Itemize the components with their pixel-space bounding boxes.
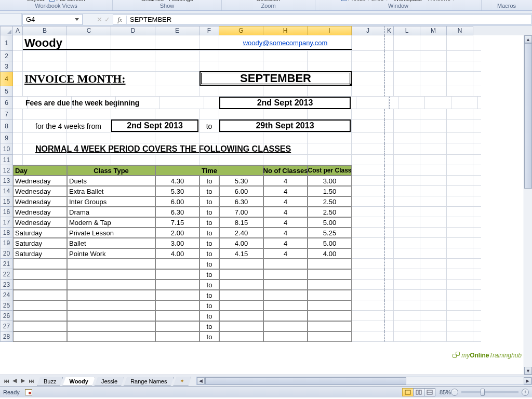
cell-M13[interactable] <box>420 176 447 186</box>
col-header-B[interactable]: B <box>23 26 67 35</box>
cell-K22[interactable] <box>384 269 394 280</box>
cell-K18[interactable] <box>384 228 394 238</box>
cell-K14[interactable] <box>384 186 394 196</box>
cell-F20[interactable]: to <box>200 248 219 259</box>
row-header-27[interactable]: 27 <box>0 321 13 331</box>
cell-M19[interactable] <box>420 238 447 248</box>
cell-N17[interactable] <box>447 217 473 228</box>
cell-H15[interactable]: 4 <box>263 196 308 207</box>
cell-F25[interactable]: to <box>200 300 219 311</box>
cell-F22[interactable]: to <box>200 269 219 280</box>
cell-J28[interactable] <box>352 331 384 342</box>
cell-A27[interactable] <box>13 321 67 331</box>
cell-G16[interactable]: 7.00 <box>219 207 263 217</box>
cell-G17[interactable]: 8.15 <box>219 217 263 228</box>
cell-E4[interactable] <box>155 72 200 86</box>
cell-E20[interactable]: 4.00 <box>155 248 200 259</box>
cell-F24[interactable]: to <box>200 290 219 300</box>
name-box[interactable]: G4 <box>22 14 83 25</box>
cell-B11[interactable] <box>23 155 67 165</box>
cell-F2[interactable] <box>200 51 219 61</box>
cell-C16[interactable]: Drama <box>67 207 155 217</box>
cell-E1[interactable] <box>155 35 200 51</box>
row-header-6[interactable]: 6 <box>0 97 13 109</box>
cell-A15[interactable]: Wednesday <box>13 196 67 207</box>
row-header-24[interactable]: 24 <box>0 290 13 300</box>
name-box-dropdown-icon[interactable] <box>75 18 79 21</box>
cell-N6[interactable] <box>451 97 478 109</box>
cell-B4[interactable]: INVOICE MONTH: <box>23 72 67 86</box>
cell-L23[interactable] <box>394 280 420 290</box>
cell-N10[interactable] <box>447 143 473 155</box>
cell-K20[interactable] <box>384 248 394 259</box>
row-header-16[interactable]: 16 <box>0 207 13 217</box>
cell-F15[interactable]: to <box>200 196 219 207</box>
cell-I19[interactable]: 5.00 <box>308 238 352 248</box>
cell-G23[interactable] <box>219 280 263 290</box>
cell-N18[interactable] <box>447 228 473 238</box>
row-header-19[interactable]: 19 <box>0 238 13 248</box>
cell-L26[interactable] <box>394 311 420 321</box>
cell-G13[interactable]: 5.30 <box>219 176 263 186</box>
col-header-N[interactable]: N <box>447 26 473 35</box>
cell-C13[interactable]: Duets <box>67 176 155 186</box>
cell-G6[interactable] <box>224 97 268 109</box>
cell-H21[interactable] <box>263 259 308 269</box>
cell-L8[interactable] <box>394 119 420 133</box>
cell-F4[interactable] <box>200 72 219 86</box>
cell-L15[interactable] <box>394 196 420 207</box>
cell-F11[interactable] <box>200 155 219 165</box>
zoom-slider[interactable] <box>461 391 518 393</box>
cell-G2[interactable] <box>219 51 263 61</box>
cell-H25[interactable] <box>263 300 308 311</box>
cell-L4[interactable] <box>394 72 420 86</box>
cell-J23[interactable] <box>352 280 384 290</box>
cell-C6[interactable] <box>72 97 116 109</box>
cell-D11[interactable] <box>111 155 155 165</box>
sheet-tab-range-names[interactable]: Range Names <box>124 377 174 386</box>
cell-J8[interactable] <box>352 119 384 133</box>
cell-C27[interactable] <box>67 321 155 331</box>
cell-K13[interactable] <box>384 176 394 186</box>
cell-J26[interactable] <box>352 311 384 321</box>
cell-G4[interactable] <box>219 72 263 86</box>
cell-N25[interactable] <box>447 300 473 311</box>
cell-A8[interactable]: for the 4 weeks from <box>13 119 23 133</box>
cell-N23[interactable] <box>447 280 473 290</box>
cell-N12[interactable] <box>447 165 473 176</box>
cell-L28[interactable] <box>394 331 420 342</box>
cell-H19[interactable]: 4 <box>263 238 308 248</box>
cell-E26[interactable] <box>155 311 200 321</box>
cell-M2[interactable] <box>420 51 447 61</box>
cell-B10[interactable] <box>23 143 67 155</box>
cell-M7[interactable] <box>420 109 447 119</box>
cell-F14[interactable]: to <box>200 186 219 196</box>
cell-H7[interactable] <box>263 109 308 119</box>
cell-A17[interactable]: Wednesday <box>13 217 67 228</box>
cell-L6[interactable] <box>398 97 425 109</box>
row-header-8[interactable]: 8 <box>0 119 13 133</box>
email-link[interactable]: woody@somecompany.com <box>243 39 328 47</box>
cell-A16[interactable]: Wednesday <box>13 207 67 217</box>
cell-F16[interactable]: to <box>200 207 219 217</box>
row-header-12[interactable]: 12 <box>0 165 13 176</box>
cell-G21[interactable] <box>219 259 263 269</box>
cell-H24[interactable] <box>263 290 308 300</box>
cell-H23[interactable] <box>263 280 308 290</box>
cell-E23[interactable] <box>155 280 200 290</box>
cell-E24[interactable] <box>155 290 200 300</box>
cell-G8[interactable] <box>219 119 263 133</box>
tab-prev-icon[interactable]: ◀ <box>10 377 19 385</box>
cell-N21[interactable] <box>447 259 473 269</box>
cell-K11[interactable] <box>384 155 394 165</box>
row-header-23[interactable]: 23 <box>0 280 13 290</box>
cell-F21[interactable]: to <box>200 259 219 269</box>
cell-G27[interactable] <box>219 321 263 331</box>
cell-C2[interactable] <box>67 51 111 61</box>
cell-I18[interactable]: 5.25 <box>308 228 352 238</box>
cell-A19[interactable]: Saturday <box>13 238 67 248</box>
cell-F27[interactable]: to <box>200 321 219 331</box>
cell-E10[interactable] <box>155 143 200 155</box>
cell-K5[interactable] <box>384 86 394 97</box>
cell-A10[interactable]: NORMAL 4 WEEK PERIOD COVERS THE FOLLOWIN… <box>13 143 23 155</box>
